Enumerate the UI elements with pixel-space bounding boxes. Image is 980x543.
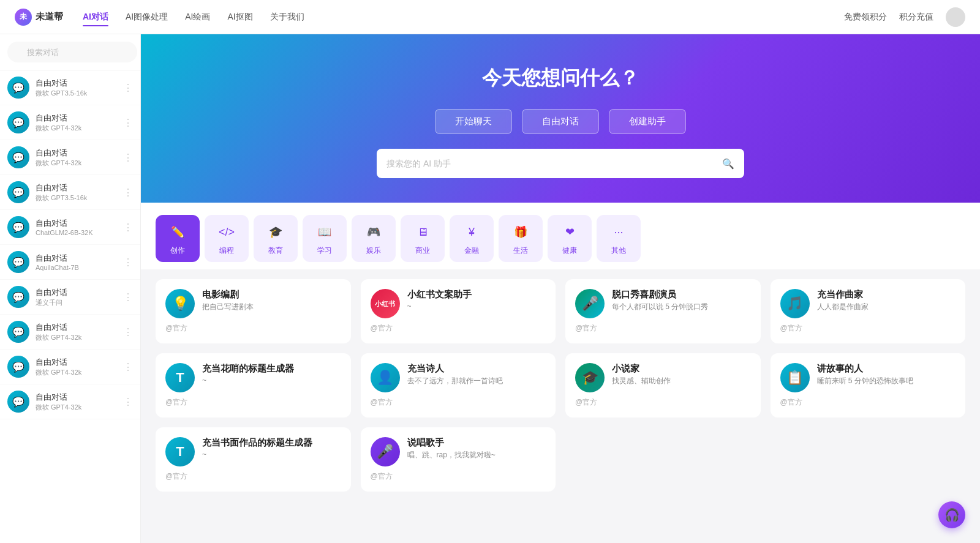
more-icon[interactable]: ⋮ <box>123 187 133 198</box>
category-create[interactable]: ✏️ 创作 <box>156 215 200 262</box>
nav-link-ai-paint[interactable]: AI绘画 <box>185 9 210 25</box>
card-title: 电影编剧 <box>202 289 341 301</box>
more-icon[interactable]: ⋮ <box>123 396 133 408</box>
sidebar-item-sub: 微软 GPT4-32k <box>36 403 117 412</box>
sidebar-item[interactable]: 💬 自由对话 微软 GPT3.5-16k ⋮ <box>0 70 140 105</box>
category-life[interactable]: 🎁 生活 <box>499 215 543 262</box>
sidebar-item-info: 自由对话 微软 GPT3.5-16k <box>36 182 117 203</box>
sidebar-item-sub: AquilaChat-7B <box>36 264 117 271</box>
card-avatar: 💡 <box>165 289 195 318</box>
sidebar-avatar: 💬 <box>7 321 29 343</box>
nav-link-about[interactable]: 关于我们 <box>270 9 304 25</box>
category-icon: ¥ <box>461 221 483 243</box>
card-top: 📋 讲故事的人 睡前来听 5 分钟的恐怖故事吧 <box>780 363 956 392</box>
category-code[interactable]: </> 编程 <box>205 215 249 262</box>
sidebar-item[interactable]: 💬 自由对话 微软 GPT4-32k ⋮ <box>0 105 140 140</box>
category-icon: 🎁 <box>510 221 532 243</box>
start-chat-button[interactable]: 开始聊天 <box>435 109 512 134</box>
search-wrap: 🔍 <box>7 42 137 62</box>
card-title: 充当书面作品的标题生成器 <box>202 437 341 449</box>
card-item[interactable]: 💡 电影编剧 把自己写进剧本 @官方 <box>156 279 351 343</box>
sidebar-item[interactable]: 💬 自由对话 微软 GPT4-32k ⋮ <box>0 384 140 419</box>
card-author: @官方 <box>575 397 751 408</box>
create-assistant-button[interactable]: 创建助手 <box>609 109 686 134</box>
sidebar-item[interactable]: 💬 自由对话 通义千问 ⋮ <box>0 280 140 315</box>
search-input[interactable] <box>7 42 137 62</box>
card-author: @官方 <box>165 471 341 482</box>
nav-link-ai-matting[interactable]: AI抠图 <box>227 9 252 25</box>
sidebar-item-sub: ChatGLM2-6B-32K <box>36 229 117 236</box>
card-info: 讲故事的人 睡前来听 5 分钟的恐怖故事吧 <box>817 363 956 386</box>
card-avatar: 🎤 <box>371 437 400 466</box>
card-info: 电影编剧 把自己写进剧本 <box>202 289 341 312</box>
card-avatar: 📋 <box>780 363 810 392</box>
sidebar-avatar: 💬 <box>7 77 29 99</box>
card-item[interactable]: 🎓 小说家 找灵感、辅助创作 @官方 <box>565 353 761 418</box>
sidebar-item[interactable]: 💬 自由对话 ChatGLM2-6B-32K ⋮ <box>0 210 140 245</box>
sidebar-item[interactable]: 💬 自由对话 微软 GPT4-32k ⋮ <box>0 350 140 384</box>
free-chat-button[interactable]: 自由对话 <box>522 109 599 134</box>
logo[interactable]: 未 未道帮 <box>15 9 63 26</box>
category-other[interactable]: ··· 其他 <box>597 215 641 262</box>
card-info: 充当作曲家 人人都是作曲家 <box>817 289 956 312</box>
card-desc: 找灵感、辅助创作 <box>612 376 751 386</box>
category-icon: 🖥 <box>412 221 434 243</box>
card-item[interactable]: 👤 充当诗人 去不了远方，那就作一首诗吧 @官方 <box>361 353 556 418</box>
card-item[interactable]: 🎤 脱口秀喜剧演员 每个人都可以说 5 分钟脱口秀 @官方 <box>565 279 761 343</box>
card-item[interactable]: 📋 讲故事的人 睡前来听 5 分钟的恐怖故事吧 @官方 <box>771 353 966 418</box>
category-icon: ··· <box>608 221 630 243</box>
card-item[interactable]: 🎵 充当作曲家 人人都是作曲家 @官方 <box>771 279 966 343</box>
recharge-link[interactable]: 积分充值 <box>899 12 933 23</box>
card-author: @官方 <box>575 323 751 334</box>
category-label: 创作 <box>170 245 185 256</box>
category-entertainment[interactable]: 🎮 娱乐 <box>352 215 396 262</box>
card-info: 小红书文案助手 ~ <box>407 289 546 310</box>
card-avatar: 🎵 <box>780 289 810 318</box>
help-float-button[interactable]: 🎧 <box>938 501 965 528</box>
more-icon[interactable]: ⋮ <box>123 117 133 129</box>
logo-icon: 未 <box>15 9 32 26</box>
category-health[interactable]: ❤ 健康 <box>548 215 592 262</box>
category-edu[interactable]: 🎓 教育 <box>254 215 298 262</box>
more-icon[interactable]: ⋮ <box>123 291 133 303</box>
sidebar-item-sub: 微软 GPT4-32k <box>36 368 117 377</box>
sidebar-avatar: 💬 <box>7 391 29 413</box>
sidebar-item-sub: 微软 GPT4-32k <box>36 333 117 342</box>
free-points-link[interactable]: 免费领积分 <box>844 12 887 23</box>
card-info: 充当诗人 去不了远方，那就作一首诗吧 <box>407 363 546 386</box>
category-learn[interactable]: 📖 学习 <box>303 215 347 262</box>
sidebar-item-title: 自由对话 <box>36 148 117 159</box>
card-desc: 把自己写进剧本 <box>202 302 341 312</box>
hero-search-input[interactable] <box>386 159 722 168</box>
sidebar-item[interactable]: 💬 自由对话 AquilaChat-7B ⋮ <box>0 245 140 280</box>
sidebar-item-info: 自由对话 微软 GPT4-32k <box>36 113 117 133</box>
more-icon[interactable]: ⋮ <box>123 82 133 94</box>
card-item[interactable]: T 充当书面作品的标题生成器 ~ @官方 <box>156 427 351 492</box>
sidebar-avatar: 💬 <box>7 181 29 203</box>
card-item[interactable]: T 充当花哨的标题生成器 ~ @官方 <box>156 353 351 418</box>
nav-link-ai-chat[interactable]: AI对话 <box>83 9 108 25</box>
hero-search-bar: 🔍 <box>377 149 744 178</box>
card-desc: 去不了远方，那就作一首诗吧 <box>407 376 546 386</box>
card-avatar: 🎓 <box>575 363 605 392</box>
category-finance[interactable]: ¥ 金融 <box>450 215 494 262</box>
sidebar-avatar: 💬 <box>7 111 29 133</box>
category-business[interactable]: 🖥 商业 <box>401 215 445 262</box>
sidebar-item-sub: 微软 GPT4-32k <box>36 124 117 133</box>
card-item[interactable]: 🎤 说唱歌手 唱、跳、rap，找我就对啦~ @官方 <box>361 427 556 492</box>
sidebar-item[interactable]: 💬 自由对话 微软 GPT3.5-16k ⋮ <box>0 175 140 210</box>
hero-title: 今天您想问什么？ <box>165 65 956 92</box>
sidebar-item[interactable]: 💬 自由对话 微软 GPT4-32k ⋮ <box>0 140 140 175</box>
sidebar-item-info: 自由对话 微软 GPT4-32k <box>36 148 117 168</box>
more-icon[interactable]: ⋮ <box>123 152 133 163</box>
card-item[interactable]: 小红书 小红书文案助手 ~ @官方 <box>361 279 556 343</box>
more-icon[interactable]: ⋮ <box>123 361 133 373</box>
more-icon[interactable]: ⋮ <box>123 326 133 338</box>
avatar[interactable] <box>946 7 965 27</box>
more-icon[interactable]: ⋮ <box>123 222 133 233</box>
nav-link-ai-image[interactable]: AI图像处理 <box>126 9 168 25</box>
more-icon[interactable]: ⋮ <box>123 257 133 268</box>
category-icon: 🎓 <box>265 221 287 243</box>
hero-search-icon[interactable]: 🔍 <box>722 158 734 170</box>
sidebar-item[interactable]: 💬 自由对话 微软 GPT4-32k ⋮ <box>0 315 140 350</box>
